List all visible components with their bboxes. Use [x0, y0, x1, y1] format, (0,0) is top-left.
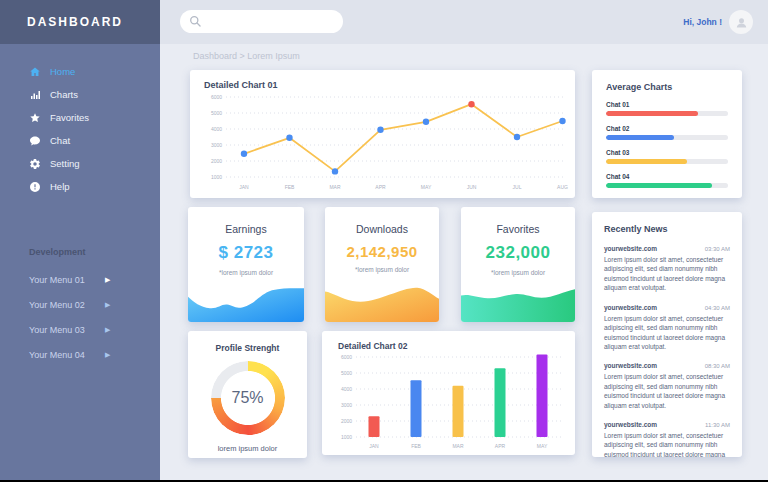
svg-text:4000: 4000 [341, 386, 352, 392]
svg-text:JUN: JUN [467, 184, 477, 190]
news-item: yourwebsite.com08:30 AMLorem ipsum dolor… [604, 362, 730, 410]
svg-text:6000: 6000 [341, 354, 352, 360]
favorites-subtitle: *lorem ipsum dolor [461, 269, 575, 276]
sidebar-item-chat[interactable]: Chat [0, 129, 160, 152]
progress-bar[interactable] [606, 111, 728, 116]
search-icon [189, 15, 202, 28]
average-charts-card: Average Charts Chat 01Chat 02Chat 03Chat… [592, 70, 742, 198]
svg-text:JAN: JAN [239, 184, 249, 190]
sidebar: DASHBOARD HomeChartsFavoritesChatSetting… [0, 0, 160, 482]
progress-bar[interactable] [606, 183, 728, 188]
progress-bar-fill [606, 111, 698, 116]
profile-donut-chart: 75% [211, 361, 285, 435]
news-time: 08:30 AM [705, 363, 730, 369]
detailed-chart-01-card: Detailed Chart 01 6000500040003000200010… [190, 70, 575, 198]
sidebar-item-setting[interactable]: Setting [0, 152, 160, 175]
average-bar-label: Chat 03 [606, 149, 728, 156]
earnings-wave-chart [188, 284, 304, 322]
chevron-right-icon: ▶ [105, 276, 110, 284]
news-text: Lorem ipsum dolor sit amet, consectetuer… [604, 314, 730, 352]
progress-bar-fill [606, 135, 674, 140]
svg-text:JUL: JUL [513, 184, 522, 190]
svg-text:MAY: MAY [421, 184, 432, 190]
dev-menu-item-4[interactable]: Your Menu 04▶ [0, 342, 160, 367]
svg-text:FEB: FEB [411, 443, 421, 449]
recently-news-title: Recently News [604, 224, 730, 234]
user-greeting: Hi, John ! [683, 0, 722, 44]
progress-bar[interactable] [606, 159, 728, 164]
average-charts-bars: Chat 01Chat 02Chat 03Chat 04 [606, 101, 728, 188]
progress-bar[interactable] [606, 135, 728, 140]
news-source-link[interactable]: yourwebsite.com [604, 421, 657, 428]
average-bar-row: Chat 01 [606, 101, 728, 116]
help-icon [29, 181, 41, 193]
profile-strength-card: Profile Strenght 75% lorem ipsum dolor [188, 331, 307, 458]
sidebar-item-label: Charts [50, 89, 78, 100]
svg-text:1000: 1000 [211, 174, 222, 180]
average-bar-row: Chat 02 [606, 125, 728, 140]
downloads-value: 2,142,950 [325, 243, 439, 260]
svg-text:5000: 5000 [211, 110, 222, 116]
news-item-header: yourwebsite.com11:30 AM [604, 421, 730, 428]
sidebar-dev-section: Development Your Menu 01▶Your Menu 02▶Yo… [0, 247, 160, 367]
search-bar[interactable] [180, 10, 343, 33]
news-source-link[interactable]: yourwebsite.com [604, 304, 657, 311]
detailed-chart-01-title: Detailed Chart 01 [204, 80, 278, 90]
sidebar-item-label: Home [50, 66, 75, 77]
downloads-wave-chart [325, 284, 439, 322]
sidebar-item-help[interactable]: Help [0, 175, 160, 198]
svg-text:3000: 3000 [211, 142, 222, 148]
downloads-card: Downloads 2,142,950 *lorem ipsum dolor [325, 207, 439, 322]
news-time: 11:30 AM [705, 422, 730, 428]
star-icon [29, 112, 41, 124]
average-bar-row: Chat 04 [606, 173, 728, 188]
dev-menu-item-1[interactable]: Your Menu 01▶ [0, 267, 160, 292]
svg-text:6000: 6000 [211, 94, 222, 100]
dev-menu-item-label: Your Menu 02 [29, 300, 91, 310]
sidebar-item-label: Help [50, 181, 70, 192]
favorites-wave-chart [461, 284, 575, 322]
gear-icon [29, 158, 41, 170]
dev-menu-item-label: Your Menu 04 [29, 350, 91, 360]
svg-text:1000: 1000 [341, 434, 352, 440]
svg-text:2000: 2000 [211, 158, 222, 164]
news-text: Lorem ipsum dolor sit amet, consectetuer… [604, 372, 730, 410]
sidebar-item-home[interactable]: Home [0, 60, 160, 83]
average-bar-label: Chat 04 [606, 173, 728, 180]
svg-text:FEB: FEB [285, 184, 295, 190]
dev-menu-item-label: Your Menu 01 [29, 275, 91, 285]
recently-news-card: Recently News yourwebsite.com03:30 AMLor… [592, 212, 742, 457]
profile-strength-title: Profile Strenght [188, 343, 307, 353]
chevron-right-icon: ▶ [105, 351, 110, 359]
sidebar-item-favorites[interactable]: Favorites [0, 106, 160, 129]
sidebar-item-label: Setting [50, 158, 80, 169]
svg-text:APR: APR [375, 184, 386, 190]
favorites-value: 232,000 [461, 243, 575, 263]
charts-icon [29, 89, 41, 101]
dev-menu-list: Your Menu 01▶Your Menu 02▶Your Menu 03▶Y… [0, 267, 160, 367]
progress-bar-fill [606, 183, 712, 188]
sidebar-item-charts[interactable]: Charts [0, 83, 160, 106]
news-source-link[interactable]: yourwebsite.com [604, 245, 657, 252]
profile-percent-value: 75% [231, 389, 263, 407]
dev-menu-item-2[interactable]: Your Menu 02▶ [0, 292, 160, 317]
dev-menu-item-3[interactable]: Your Menu 03▶ [0, 317, 160, 342]
search-input[interactable] [207, 16, 327, 28]
chevron-right-icon: ▶ [105, 326, 110, 334]
avatar[interactable] [729, 10, 753, 34]
news-item-header: yourwebsite.com03:30 AM [604, 245, 730, 252]
app-title: DASHBOARD [0, 0, 160, 44]
news-source-link[interactable]: yourwebsite.com [604, 362, 657, 369]
profile-subtitle: lorem ipsum dolor [188, 444, 307, 453]
sidebar-nav: HomeChartsFavoritesChatSettingHelp [0, 60, 160, 198]
favorites-title: Favorites [461, 223, 575, 235]
topbar: Hi, John ! [160, 0, 768, 44]
dev-section-label: Development [0, 247, 160, 257]
earnings-subtitle: *lorem ipsum dolor [188, 269, 304, 276]
sidebar-item-label: Chat [50, 135, 70, 146]
average-bar-row: Chat 03 [606, 149, 728, 164]
breadcrumb: Dashboard > Lorem Ipsum [193, 51, 300, 61]
news-time: 03:30 AM [705, 246, 730, 252]
earnings-title: Earnings [188, 223, 304, 235]
detailed-chart-02-title: Detailed Chart 02 [338, 341, 407, 351]
